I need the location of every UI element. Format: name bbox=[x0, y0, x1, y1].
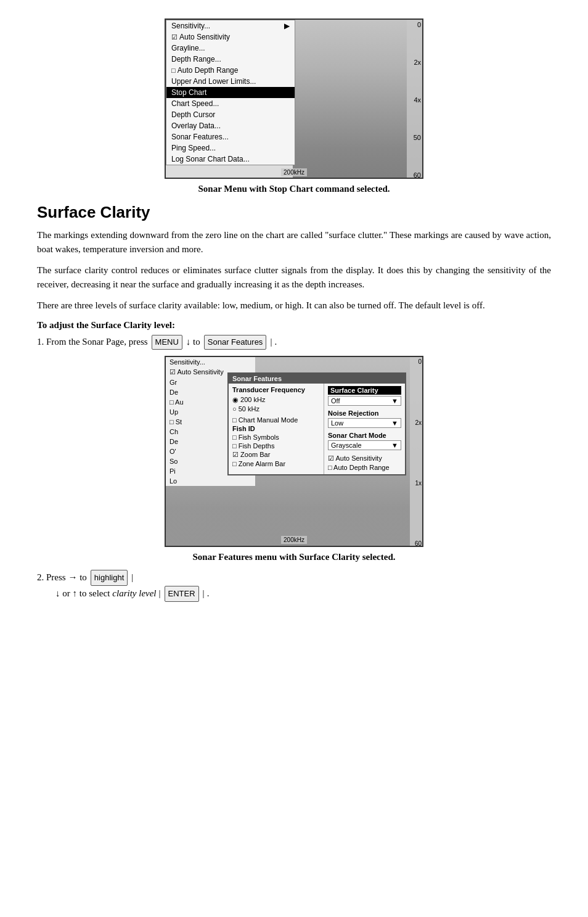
step3-prefix: ↓ or ↑ to select bbox=[55, 586, 110, 602]
step1-suffix: | bbox=[270, 334, 272, 349]
sf-noise-rejection-label: Noise Rejection bbox=[328, 409, 401, 417]
depth-label-0: 0 bbox=[408, 21, 421, 28]
sf-zoom-bar: ☑ Zoom Bar bbox=[232, 450, 320, 459]
depth-label-2x: 2x bbox=[408, 59, 421, 66]
screenshot2-container: Sensitivity... ☑ Auto Sensitivity Gr De … bbox=[37, 356, 551, 547]
d2-0: 0 bbox=[410, 358, 422, 365]
step3-bar2: | bbox=[203, 586, 205, 602]
sf-auto-depth-range: □ Auto Depth Range bbox=[328, 463, 401, 472]
menu-item-sensitivity: Sensitivity... bbox=[166, 20, 295, 31]
sf-auto-sensitivity: ☑ Auto Sensitivity bbox=[328, 454, 401, 463]
d2-60: 60 bbox=[410, 540, 422, 547]
menu-item-sonar-features: Sonar Features... bbox=[166, 131, 295, 142]
menu-key-symbol: MENU bbox=[152, 335, 182, 350]
sf-left-panel: Transducer Frequency ◉ 200 kHz ○ 50 kHz … bbox=[229, 384, 324, 474]
step3-italic: clarity level bbox=[112, 586, 156, 602]
d2-2x: 2x bbox=[410, 419, 422, 426]
sonar-background1 bbox=[293, 20, 422, 179]
menu-item-chart-speed: Chart Speed... bbox=[166, 98, 295, 109]
depth-label-50: 50 bbox=[408, 134, 421, 141]
sf-fish-depths: □ Fish Depths bbox=[232, 442, 320, 450]
sf-radio-50: ○ 50 kHz bbox=[232, 405, 320, 413]
sonar-screen2: Sensitivity... ☑ Auto Sensitivity Gr De … bbox=[165, 356, 423, 547]
screenshot1-container: Sensitivity... Auto Sensitivity Grayline… bbox=[37, 19, 551, 179]
sf-title: Sonar Features bbox=[229, 374, 405, 384]
step1-dot: . bbox=[274, 334, 277, 349]
sonar-freq2: 200kHz bbox=[281, 536, 307, 544]
sonar-menu1: Sensitivity... Auto Sensitivity Grayline… bbox=[166, 20, 295, 165]
menu-item-log-sonar: Log Sonar Chart Data... bbox=[166, 154, 295, 165]
menu-item-overlay-data: Overlay Data... bbox=[166, 120, 295, 131]
sf-surface-clarity-label: Surface Clarity bbox=[328, 386, 401, 395]
menu-item-auto-depth-range: Auto Depth Range bbox=[166, 65, 295, 76]
sf-chart-manual: □ Chart Manual Mode bbox=[232, 416, 320, 424]
depth-label-4x: 4x bbox=[408, 96, 421, 104]
press-key: ENTER bbox=[165, 586, 199, 602]
sf-transducer-label: Transducer Frequency bbox=[232, 386, 320, 393]
section-heading: Surface Clarity bbox=[37, 203, 551, 222]
menu-item-upper-lower: Upper And Lower Limits... bbox=[166, 76, 295, 87]
sf-fish-id: Fish ID bbox=[232, 424, 320, 433]
sf-radio-200: ◉ 200 kHz bbox=[232, 395, 320, 405]
caption2: Sonar Features menu with Surface Clarity… bbox=[37, 552, 551, 562]
sf-right-panel: Surface Clarity Off▼ Noise Rejection Low… bbox=[324, 384, 405, 474]
sf-noise-rejection-select[interactable]: Low▼ bbox=[328, 418, 401, 428]
para1: The markings extending downward from the… bbox=[37, 228, 551, 256]
step3-line: ↓ or ↑ to select clarity level | ENTER |… bbox=[37, 586, 551, 602]
depth-labels1: 0 2x 4x 50 60 bbox=[407, 20, 422, 179]
sonar-features-key: Sonar Features bbox=[204, 335, 267, 350]
sonar-freq1: 200kHz bbox=[281, 168, 307, 176]
lm-log: Lo bbox=[166, 476, 255, 486]
sf-sonar-chart-mode-select[interactable]: Grayscale▼ bbox=[328, 440, 401, 450]
para2: The surface clarity control reduces or e… bbox=[37, 263, 551, 291]
sonar-screen1: Sensitivity... Auto Sensitivity Grayline… bbox=[165, 19, 423, 179]
depth-labels2: 0 2x 1x 60 bbox=[410, 357, 422, 547]
menu-item-ping-speed: Ping Speed... bbox=[166, 142, 295, 154]
menu-item-depth-cursor: Depth Cursor bbox=[166, 109, 295, 120]
caption1: Sonar Menu with Stop Chart command selec… bbox=[37, 184, 551, 194]
lm-sensitivity: Sensitivity... bbox=[166, 357, 255, 367]
step3-bar1: | bbox=[159, 586, 161, 602]
step2-bar: | bbox=[131, 570, 133, 586]
menu-item-stop-chart: Stop Chart bbox=[166, 87, 295, 98]
step2-block: 2. Press → to highlight | ↓ or ↑ to sele… bbox=[37, 570, 551, 602]
menu-item-grayline: Grayline... bbox=[166, 43, 295, 54]
sf-surface-clarity-select[interactable]: Off▼ bbox=[328, 396, 401, 406]
sub-heading: To adjust the Surface Clarity level: bbox=[37, 320, 551, 331]
para3: There are three levels of surface clarit… bbox=[37, 298, 551, 313]
sf-zone-alarm: □ Zone Alarm Bar bbox=[232, 459, 320, 468]
step1-mid: ↓ to bbox=[186, 334, 200, 349]
step1-number: 1. From the Sonar Page, press bbox=[37, 334, 148, 349]
step2-line: 2. Press → to highlight | bbox=[37, 570, 551, 586]
sonar-features-panel: Sonar Features Transducer Frequency ◉ 20… bbox=[227, 372, 406, 475]
sf-sonar-chart-mode-label: Sonar Chart Mode bbox=[328, 432, 401, 439]
sf-body: Transducer Frequency ◉ 200 kHz ○ 50 kHz … bbox=[229, 384, 405, 474]
d2-1x: 1x bbox=[410, 480, 422, 487]
step3-suffix: . bbox=[207, 586, 210, 602]
highlight-key: highlight bbox=[91, 570, 128, 586]
sf-fish-symbols: □ Fish Symbols bbox=[232, 433, 320, 442]
menu-item-depth-range: Depth Range... bbox=[166, 54, 295, 65]
menu-item-auto-sensitivity: Auto Sensitivity bbox=[166, 31, 295, 43]
step2-prefix: 2. Press → to bbox=[37, 570, 87, 586]
depth-label-60: 60 bbox=[408, 171, 421, 179]
step1-line: 1. From the Sonar Page, press MENU ↓ to … bbox=[37, 334, 551, 350]
